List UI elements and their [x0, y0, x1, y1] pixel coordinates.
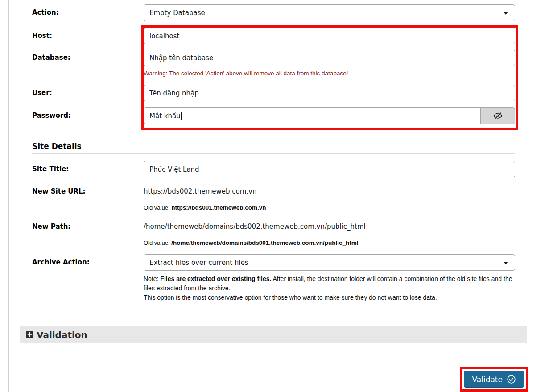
- note-bold-text: Files are extracted over existing files.: [160, 275, 271, 282]
- host-label: Host:: [32, 28, 144, 44]
- new-site-url-value: https://bds002.themeweb.com.vn: [144, 187, 515, 196]
- validate-button[interactable]: Validate: [464, 371, 524, 388]
- archive-action-select-value: Extract files over current files: [149, 259, 248, 267]
- action-select-value: Empty Database: [149, 9, 205, 17]
- text-cursor: [181, 112, 182, 120]
- host-row: Host: localhost: [32, 28, 515, 44]
- database-label: Database:: [32, 50, 144, 66]
- warning-text-suffix: from this database!: [295, 70, 348, 77]
- action-label: Action:: [32, 4, 144, 21]
- plus-square-icon: +: [26, 331, 33, 338]
- check-circle-icon: [507, 375, 516, 384]
- installer-form: Action: Empty Database Host: localhost D…: [9, 0, 539, 326]
- validation-section-header[interactable]: + Validation: [20, 326, 527, 343]
- new-path-value: /home/themeweb/domains/bds002.themeweb.c…: [144, 222, 515, 231]
- new-path-old-value: Old value: /home/themeweb/domains/bds001…: [144, 239, 515, 247]
- user-label: User:: [32, 85, 144, 101]
- warning-text-prefix: Warning: The selected 'Action' above wil…: [144, 70, 276, 77]
- toggle-password-visibility-button[interactable]: [480, 107, 515, 124]
- password-input[interactable]: Mật khẩu: [144, 107, 481, 124]
- archive-action-row: Archive Action: Extract files over curre…: [32, 254, 515, 302]
- password-label: Password:: [32, 107, 144, 124]
- validate-button-label: Validate: [472, 375, 503, 384]
- database-input[interactable]: Nhập tên database: [144, 50, 515, 66]
- all-data-link[interactable]: all data: [276, 70, 295, 77]
- user-row: User: Tên đăng nhập: [32, 85, 515, 101]
- password-value: Mật khẩu: [149, 112, 181, 120]
- old-value-text: /home/themeweb/domains/bds001.themeweb.c…: [171, 239, 358, 246]
- archive-action-label: Archive Action:: [32, 254, 144, 271]
- note-second-line: This option is the most conservative opt…: [144, 294, 437, 301]
- site-title-input[interactable]: Phúc Việt Land: [144, 161, 515, 177]
- validate-button-highlight-box: Validate: [460, 367, 528, 392]
- footer: Validate: [9, 367, 539, 392]
- new-site-url-label: New Site URL:: [32, 187, 144, 196]
- validation-title: Validation: [37, 330, 87, 340]
- old-value-label: Old value:: [144, 239, 171, 246]
- database-row: Database: Nhập tên database Warning: The…: [32, 50, 515, 78]
- action-select[interactable]: Empty Database: [144, 4, 515, 21]
- old-value-label: Old value:: [144, 204, 171, 211]
- archive-action-note: Note: Files are extracted over existing …: [144, 274, 514, 302]
- user-input[interactable]: Tên đăng nhập: [144, 85, 515, 101]
- new-site-url-row: New Site URL: https://bds002.themeweb.co…: [32, 187, 515, 212]
- old-value-text: https://bds001.themeweb.com.vn: [171, 204, 266, 211]
- chevron-down-icon: [504, 262, 508, 264]
- eye-slash-icon: [493, 111, 503, 121]
- new-path-label: New Path:: [32, 222, 144, 231]
- password-row: Password: Mật khẩu: [32, 107, 515, 124]
- site-title-row: Site Title: Phúc Việt Land: [32, 161, 515, 177]
- action-row: Action: Empty Database: [32, 4, 515, 21]
- host-input[interactable]: localhost: [144, 28, 515, 44]
- new-path-row: New Path: /home/themeweb/domains/bds002.…: [32, 222, 515, 247]
- site-details-heading: Site Details: [32, 142, 515, 154]
- chevron-down-icon: [504, 12, 508, 15]
- archive-action-select[interactable]: Extract files over current files: [144, 254, 515, 271]
- site-title-label: Site Title:: [32, 161, 144, 177]
- database-warning: Warning: The selected 'Action' above wil…: [144, 69, 515, 78]
- note-prefix: Note:: [144, 275, 160, 282]
- content-card: Action: Empty Database Host: localhost D…: [8, 0, 539, 392]
- new-site-url-old-value: Old value: https://bds001.themeweb.com.v…: [144, 204, 515, 212]
